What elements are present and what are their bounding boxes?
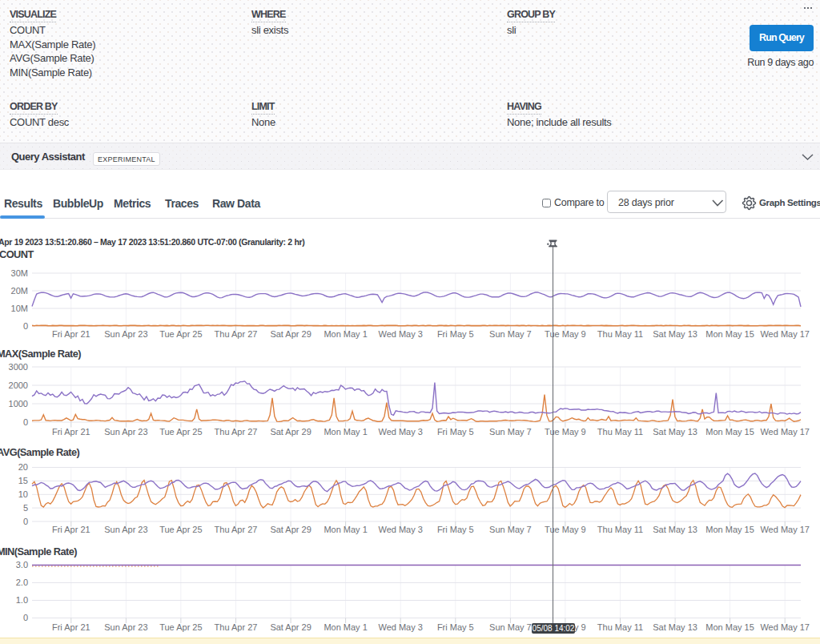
svg-text:Sun Apr 23: Sun Apr 23 xyxy=(104,329,147,339)
svg-text:Mon May 1: Mon May 1 xyxy=(324,329,367,339)
svg-text:Thu Apr 27: Thu Apr 27 xyxy=(215,622,258,632)
svg-text:Thu May 11: Thu May 11 xyxy=(597,329,643,339)
svg-text:Sat Apr 29: Sat Apr 29 xyxy=(270,525,311,534)
svg-text:Mon May 15: Mon May 15 xyxy=(705,622,754,632)
svg-text:Mon May 1: Mon May 1 xyxy=(324,427,367,437)
svg-text:Wed May 3: Wed May 3 xyxy=(378,427,422,437)
svg-text:3.0: 3.0 xyxy=(16,560,28,570)
svg-text:0: 0 xyxy=(23,321,28,331)
svg-text:Sat Apr 29: Sat Apr 29 xyxy=(270,329,311,339)
svg-text:30M: 30M xyxy=(11,268,28,278)
svg-text:Mon May 1: Mon May 1 xyxy=(324,525,367,534)
svg-text:Sun May 7: Sun May 7 xyxy=(489,622,532,632)
svg-text:Tue Apr 25: Tue Apr 25 xyxy=(159,427,202,437)
svg-text:Fri Apr 21: Fri Apr 21 xyxy=(52,427,90,437)
svg-text:Fri May 5: Fri May 5 xyxy=(437,525,474,534)
svg-text:Sun Apr 23: Sun Apr 23 xyxy=(104,622,147,632)
svg-text:Wed May 3: Wed May 3 xyxy=(378,622,422,632)
svg-text:0: 0 xyxy=(23,517,28,526)
svg-text:5: 5 xyxy=(23,503,28,513)
svg-text:Fri Apr 21: Fri Apr 21 xyxy=(52,622,90,632)
svg-text:Thu May 11: Thu May 11 xyxy=(597,622,643,632)
svg-text:Sat May 13: Sat May 13 xyxy=(653,525,697,534)
svg-text:Sat May 13: Sat May 13 xyxy=(653,622,697,632)
svg-text:Thu Apr 27: Thu Apr 27 xyxy=(215,329,258,339)
svg-text:15: 15 xyxy=(18,476,28,485)
svg-text:10: 10 xyxy=(18,489,28,499)
svg-text:Fri Apr 21: Fri Apr 21 xyxy=(52,525,90,534)
svg-text:Wed May 3: Wed May 3 xyxy=(378,329,422,339)
svg-text:Tue May 9: Tue May 9 xyxy=(545,427,586,437)
svg-text:Tue Apr 25: Tue Apr 25 xyxy=(159,329,202,339)
svg-text:Thu Apr 27: Thu Apr 27 xyxy=(215,525,258,534)
svg-text:3000: 3000 xyxy=(9,362,28,372)
svg-text:Wed May 17: Wed May 17 xyxy=(760,427,810,437)
svg-text:Thu May 11: Thu May 11 xyxy=(597,525,643,534)
svg-text:1000: 1000 xyxy=(9,399,28,409)
svg-text:Sun Apr 23: Sun Apr 23 xyxy=(104,427,147,437)
svg-text:Fri Apr 21: Fri Apr 21 xyxy=(52,329,90,339)
svg-text:Tue Apr 25: Tue Apr 25 xyxy=(159,622,202,632)
svg-text:Mon May 1: Mon May 1 xyxy=(324,622,367,632)
svg-text:Mon May 15: Mon May 15 xyxy=(705,329,754,339)
svg-text:Sat May 13: Sat May 13 xyxy=(653,329,697,339)
svg-text:Sat May 13: Sat May 13 xyxy=(653,427,697,437)
svg-text:Mon May 15: Mon May 15 xyxy=(705,427,754,437)
svg-text:Sun Apr 23: Sun Apr 23 xyxy=(104,525,147,534)
svg-text:Fri May 5: Fri May 5 xyxy=(437,329,474,339)
svg-text:1.0: 1.0 xyxy=(16,595,28,605)
svg-text:20: 20 xyxy=(18,462,28,472)
svg-text:0: 0 xyxy=(23,613,28,622)
svg-text:Wed May 17: Wed May 17 xyxy=(760,525,810,534)
svg-text:Wed May 3: Wed May 3 xyxy=(378,525,422,534)
svg-text:2000: 2000 xyxy=(9,380,28,390)
svg-text:Sat Apr 29: Sat Apr 29 xyxy=(270,427,311,437)
svg-text:Thu Apr 27: Thu Apr 27 xyxy=(215,427,258,437)
svg-text:Wed May 17: Wed May 17 xyxy=(760,329,810,339)
svg-text:Thu May 11: Thu May 11 xyxy=(597,427,643,437)
svg-text:Tue May 9: Tue May 9 xyxy=(545,329,586,339)
svg-text:Sun May 7: Sun May 7 xyxy=(489,525,532,534)
svg-text:0: 0 xyxy=(23,417,28,427)
svg-text:2.0: 2.0 xyxy=(16,578,28,587)
svg-text:Sun May 7: Sun May 7 xyxy=(489,427,532,437)
svg-text:Wed May 17: Wed May 17 xyxy=(760,622,810,632)
svg-text:10M: 10M xyxy=(11,304,28,313)
svg-text:Tue Apr 25: Tue Apr 25 xyxy=(159,525,202,534)
svg-text:Sat Apr 29: Sat Apr 29 xyxy=(270,622,311,632)
svg-text:Fri May 5: Fri May 5 xyxy=(437,427,474,437)
svg-text:Tue May 9: Tue May 9 xyxy=(545,525,586,534)
svg-text:Mon May 15: Mon May 15 xyxy=(705,525,754,534)
svg-text:Fri May 5: Fri May 5 xyxy=(437,622,474,632)
svg-text:Sun May 7: Sun May 7 xyxy=(489,329,532,339)
svg-text:20M: 20M xyxy=(11,286,28,296)
